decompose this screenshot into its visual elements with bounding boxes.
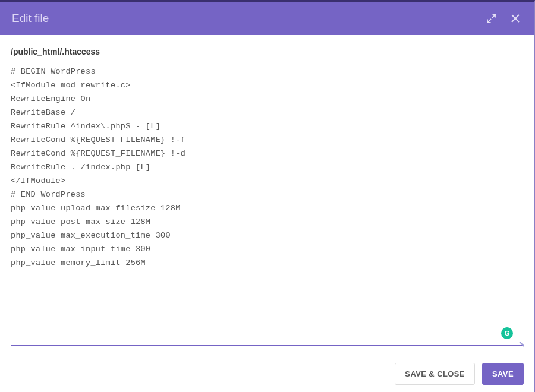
save-button[interactable]: SAVE bbox=[482, 363, 524, 385]
file-editor[interactable] bbox=[11, 65, 524, 345]
edit-file-modal: Edit file /public_html/.htaccess bbox=[0, 2, 534, 392]
modal-content: /public_html/.htaccess G bbox=[0, 35, 534, 363]
modal-footer: SAVE & CLOSE SAVE bbox=[0, 363, 534, 392]
close-icon[interactable] bbox=[508, 11, 523, 26]
header-actions bbox=[484, 11, 523, 26]
svg-line-1 bbox=[487, 19, 491, 23]
modal-header: Edit file bbox=[0, 2, 534, 35]
expand-icon[interactable] bbox=[484, 11, 499, 26]
editor-container: G bbox=[11, 65, 524, 346]
file-path: /public_html/.htaccess bbox=[11, 47, 524, 56]
save-close-button[interactable]: SAVE & CLOSE bbox=[395, 363, 475, 385]
grammarly-icon[interactable]: G bbox=[501, 327, 513, 339]
modal-title: Edit file bbox=[12, 12, 49, 25]
